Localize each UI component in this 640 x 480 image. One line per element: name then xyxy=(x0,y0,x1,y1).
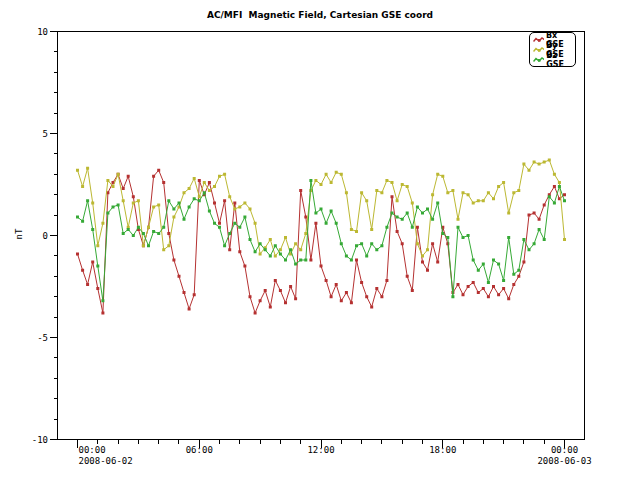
bz-line-marker-icon xyxy=(533,56,544,64)
chart-page: AC/MFI Magnetic Field, Cartesian GSE coo… xyxy=(0,0,640,480)
x-tick-label: 12:00 xyxy=(291,445,351,455)
y-tick-label: -5 xyxy=(18,333,48,343)
y-tick-label: 10 xyxy=(18,27,48,37)
x-tick-label: 18:00 xyxy=(413,445,473,455)
y-tick-label: 5 xyxy=(18,129,48,139)
plot-canvas xyxy=(0,0,640,480)
x-tick-label: 06:00 xyxy=(169,445,229,455)
x-tick-label: 00:00 xyxy=(79,445,149,455)
bx-line-marker-icon xyxy=(533,36,544,44)
x-tick-date-label: 2008-06-03 xyxy=(535,456,595,466)
x-tick-label: 00:00 xyxy=(535,445,595,455)
by-line-marker-icon xyxy=(533,46,544,54)
y-tick-label: 0 xyxy=(18,231,48,241)
legend-label-bz: Bz GSE xyxy=(546,51,573,69)
legend-item-bz: Bz GSE xyxy=(533,55,573,64)
y-tick-label: -10 xyxy=(18,435,48,445)
x-tick-date-label: 2008-06-02 xyxy=(79,456,149,466)
legend: Bx GSE By GSE Bz GSE xyxy=(529,32,576,67)
